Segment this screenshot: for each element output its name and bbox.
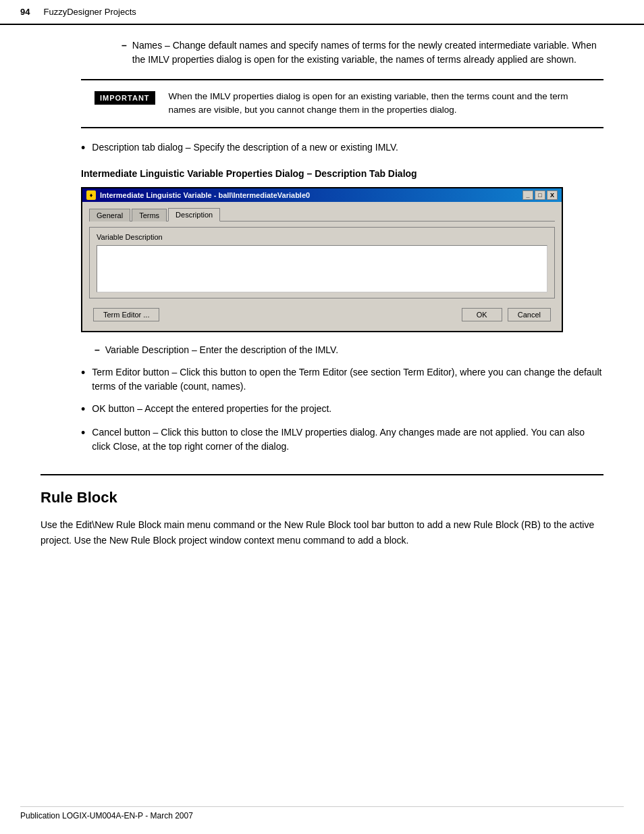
bullet-item-ok: • OK button – Accept the entered propert… bbox=[81, 402, 603, 417]
dialog-window: ♦ Intermediate Linguistic Variable - bal… bbox=[81, 187, 563, 332]
variable-description-group: Variable Description bbox=[89, 227, 555, 298]
dash-symbol: – bbox=[122, 38, 127, 67]
important-box: IMPORTANT When the IMLV properties dialo… bbox=[81, 79, 603, 128]
dash-item-var-desc: – Variable Description – Enter the descr… bbox=[95, 343, 603, 357]
rule-block-title: Rule Block bbox=[41, 489, 603, 506]
dialog-tabs: General Terms Description bbox=[89, 207, 555, 221]
dialog-body: General Terms Description Variable Descr… bbox=[82, 202, 562, 331]
dialog-title-text: Intermediate Linguistic Variable - ball\… bbox=[100, 191, 518, 199]
bullet-text-term-editor: Term Editor button – Click this button t… bbox=[92, 365, 603, 394]
cancel-button[interactable]: Cancel bbox=[508, 308, 551, 321]
dash-item-text: Names – Change default names and specify… bbox=[132, 38, 603, 67]
dash-item-names: – Names – Change default names and speci… bbox=[122, 38, 603, 67]
bullet-section-after-dialog: • Term Editor button – Click this button… bbox=[81, 365, 603, 454]
content-area: – Names – Change default names and speci… bbox=[0, 25, 644, 584]
dialog-app-icon: ♦ bbox=[86, 190, 96, 200]
close-button[interactable]: X bbox=[547, 190, 558, 200]
indent-block: – Names – Change default names and speci… bbox=[122, 38, 603, 67]
ok-button[interactable]: OK bbox=[462, 308, 502, 321]
bullet-text-desc: Description tab dialog – Specify the des… bbox=[92, 140, 398, 156]
dialog-footer: Term Editor ... OK Cancel bbox=[89, 305, 555, 325]
bullet-section-desc: • Description tab dialog – Specify the d… bbox=[81, 140, 603, 156]
var-desc-textarea[interactable] bbox=[97, 245, 547, 292]
minimize-button[interactable]: _ bbox=[522, 190, 533, 200]
bullet-dot: • bbox=[81, 140, 85, 156]
header-bar: 94 FuzzyDesigner Projects bbox=[0, 0, 644, 25]
page-footer: Publication LOGIX-UM004A-EN-P - March 20… bbox=[20, 806, 624, 820]
page: 94 FuzzyDesigner Projects – Names – Chan… bbox=[0, 0, 644, 834]
bullet-dot-2: • bbox=[81, 402, 85, 417]
important-text: When the IMLV properties dialog is open … bbox=[169, 90, 590, 118]
tab-general[interactable]: General bbox=[89, 209, 130, 221]
important-badge: IMPORTANT bbox=[95, 91, 155, 105]
dash-text-var-desc: Variable Description – Enter the descrip… bbox=[105, 343, 338, 357]
page-number: 94 bbox=[20, 7, 30, 17]
header-title: FuzzyDesigner Projects bbox=[43, 7, 136, 17]
term-editor-button[interactable]: Term Editor ... bbox=[93, 308, 159, 321]
tab-terms[interactable]: Terms bbox=[132, 209, 167, 221]
rule-block-section: Rule Block Use the Edit\New Rule Block m… bbox=[41, 474, 603, 548]
tab-description[interactable]: Description bbox=[168, 208, 220, 221]
bullet-text-cancel: Cancel button – Click this button to clo… bbox=[92, 425, 603, 454]
dash-sub-var-desc: – Variable Description – Enter the descr… bbox=[95, 343, 603, 357]
section-heading: Intermediate Linguistic Variable Propert… bbox=[81, 168, 603, 179]
bullet-item-term-editor: • Term Editor button – Click this button… bbox=[81, 365, 603, 394]
var-desc-label: Variable Description bbox=[97, 233, 547, 241]
dialog-titlebar: ♦ Intermediate Linguistic Variable - bal… bbox=[82, 188, 562, 202]
restore-button[interactable]: □ bbox=[535, 190, 545, 200]
bullet-dot-3: • bbox=[81, 425, 85, 454]
bullet-item-cancel: • Cancel button – Click this button to c… bbox=[81, 425, 603, 454]
dash-symbol-2: – bbox=[95, 343, 100, 357]
rule-block-text: Use the Edit\New Rule Block main menu co… bbox=[41, 517, 603, 548]
dialog-window-buttons: _ □ X bbox=[522, 190, 558, 200]
bullet-item-desc: • Description tab dialog – Specify the d… bbox=[81, 140, 603, 156]
bullet-dot-1: • bbox=[81, 365, 85, 394]
footer-publication: Publication LOGIX-UM004A-EN-P - March 20… bbox=[20, 811, 193, 820]
bullet-text-ok: OK button – Accept the entered propertie… bbox=[92, 402, 331, 417]
